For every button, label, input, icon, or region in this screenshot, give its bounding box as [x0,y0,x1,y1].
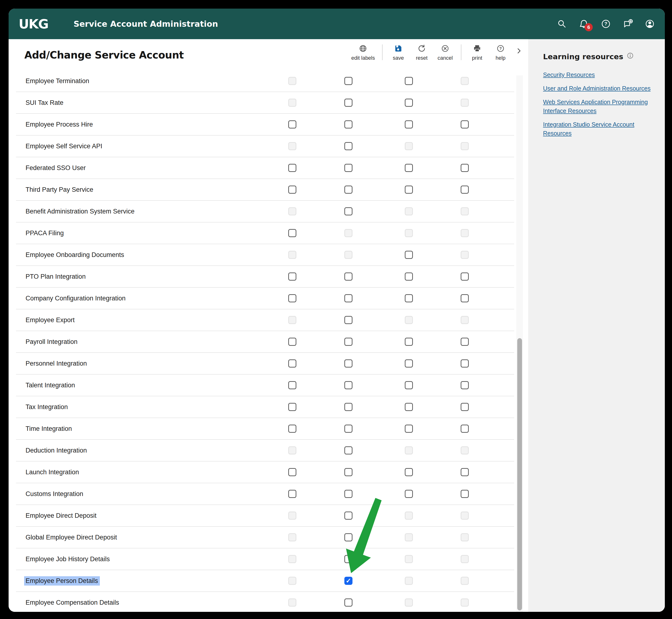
feedback-button[interactable] [622,18,633,29]
permission-checkbox[interactable] [405,381,413,389]
permission-checkbox[interactable] [344,555,352,563]
permission-checkbox[interactable] [344,186,352,194]
permission-checkbox[interactable] [344,490,352,498]
permission-checkbox[interactable] [288,403,296,411]
permission-checkbox[interactable] [405,164,413,172]
permission-checkbox[interactable] [344,77,352,85]
permission-checkbox[interactable] [288,120,296,129]
scrollbar-thumb[interactable] [517,338,522,610]
learning-resource-link[interactable]: Security Resources [543,70,655,79]
reset-icon [417,44,426,53]
permission-checkbox[interactable] [405,425,413,433]
permission-checkbox[interactable] [288,468,296,476]
permission-checkbox[interactable] [344,599,352,607]
reset-button[interactable]: reset [413,44,430,61]
table-row: Talent Integration [16,374,514,396]
permission-checkbox[interactable] [344,272,352,281]
permission-checkbox-checked[interactable]: ✓ [344,577,352,585]
learning-resource-link[interactable]: Integration Studio Service Account Resou… [543,120,655,138]
permission-checkbox[interactable] [344,98,352,107]
permission-label: Employee Export [16,317,75,324]
permission-checkbox[interactable] [405,272,413,281]
permission-checkbox[interactable] [344,142,352,150]
permission-checkbox[interactable] [344,316,352,324]
permission-checkbox[interactable] [344,468,352,476]
chat-plus-icon [622,19,633,29]
permission-checkbox [461,511,469,520]
permission-checkbox[interactable] [461,186,469,194]
permission-checkbox[interactable] [344,403,352,411]
permission-checkbox[interactable] [405,98,413,107]
permission-checkbox[interactable] [461,490,469,498]
notifications-button[interactable]: 6 [579,18,589,29]
permission-checkbox[interactable] [288,338,296,346]
permission-checkbox[interactable] [405,359,413,367]
permission-checkbox[interactable] [344,446,352,455]
cancel-icon [441,44,450,53]
permission-checkbox [288,98,296,107]
permission-checkbox[interactable] [344,533,352,541]
permission-checkbox[interactable] [288,381,296,389]
permission-checkbox[interactable] [405,251,413,259]
permission-checkbox[interactable] [288,294,296,302]
permission-checkbox[interactable] [461,359,469,367]
permission-checkbox[interactable] [344,381,352,389]
permission-checkbox [288,142,296,150]
permission-checkbox[interactable] [344,120,352,129]
permission-checkbox[interactable] [461,381,469,389]
search-icon [557,19,567,29]
permission-checkbox[interactable] [461,425,469,433]
search-button[interactable] [556,18,567,29]
permission-checkbox[interactable] [344,338,352,346]
permission-checkbox[interactable] [461,120,469,129]
permission-checkbox[interactable] [405,490,413,498]
permission-checkbox[interactable] [344,294,352,302]
permission-checkbox[interactable] [405,468,413,476]
permission-checkbox[interactable] [405,403,413,411]
vertical-scrollbar[interactable] [516,75,523,612]
learning-resources-links: Security ResourcesUser and Role Administ… [543,70,655,138]
permission-checkbox[interactable] [461,468,469,476]
permission-checkbox [461,533,469,541]
permission-checkbox[interactable] [405,186,413,194]
permission-checkbox[interactable] [344,164,352,172]
permission-checkbox[interactable] [344,359,352,367]
print-button[interactable]: print [469,44,486,61]
permission-checkbox[interactable] [461,272,469,281]
permission-checkbox[interactable] [288,272,296,281]
account-button[interactable] [644,18,655,29]
permission-checkbox[interactable] [461,294,469,302]
permission-checkbox[interactable] [344,207,352,215]
permission-checkbox[interactable] [288,164,296,172]
content-area: Add/Change Service Account [9,39,665,612]
permission-checkbox[interactable] [461,403,469,411]
permission-checkbox[interactable] [405,77,413,85]
info-icon[interactable] [627,52,634,61]
permission-checkbox[interactable] [344,425,352,433]
toolbar-expand-button[interactable] [515,47,523,55]
permission-checkbox[interactable] [461,164,469,172]
learning-resources-panel: Learning resources Security ResourcesUse… [528,39,665,612]
help-button-toolbar[interactable]: ? help [492,44,509,61]
learning-resource-link[interactable]: Web Services Application Programming Int… [543,98,655,115]
permission-checkbox[interactable] [288,490,296,498]
globe-icon [358,44,367,53]
table-row: Federated SSO User [16,157,514,179]
permission-checkbox [461,599,469,607]
permission-checkbox[interactable] [288,425,296,433]
permission-checkbox[interactable] [288,186,296,194]
permission-checkbox[interactable] [405,120,413,129]
permission-checkbox[interactable] [288,359,296,367]
learning-resource-link[interactable]: User and Role Administration Resources [543,84,655,93]
cancel-button[interactable]: cancel [436,44,454,61]
save-button[interactable]: save [390,44,407,61]
permission-label: Customs Integration [16,490,83,498]
edit-labels-button[interactable]: edit labels [351,44,375,61]
permission-checkbox[interactable] [405,338,413,346]
permission-checkbox[interactable] [344,511,352,520]
permission-checkbox[interactable] [288,229,296,237]
help-button[interactable]: ? [600,18,611,29]
permission-checkbox[interactable] [405,294,413,302]
cancel-label: cancel [438,55,453,61]
permission-checkbox[interactable] [461,338,469,346]
